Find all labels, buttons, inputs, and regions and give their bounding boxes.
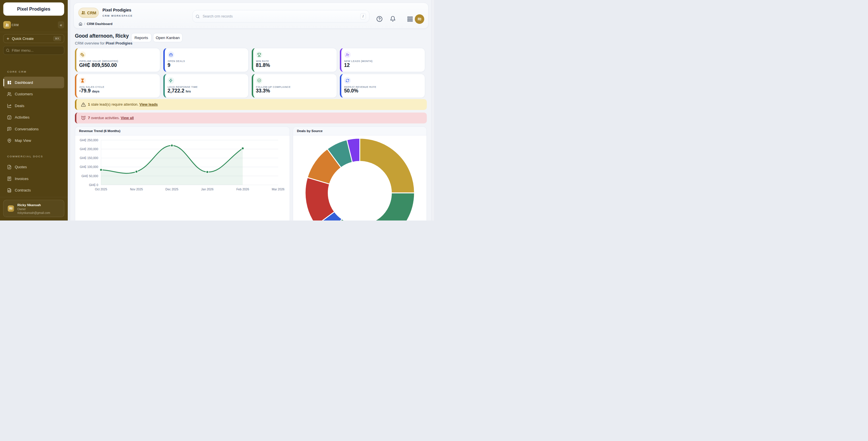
svg-text:Mar 2026: Mar 2026 <box>272 187 285 190</box>
svg-text:Jan 2026: Jan 2026 <box>201 187 214 190</box>
svg-text:GH₵ 250,000: GH₵ 250,000 <box>80 138 98 142</box>
svg-text:$: $ <box>82 54 84 57</box>
svg-text:GH₵ 100,000: GH₵ 100,000 <box>80 165 98 169</box>
svg-text:GH₵ 50,000: GH₵ 50,000 <box>82 174 98 177</box>
svg-text:GH₵ 150,000: GH₵ 150,000 <box>80 156 98 159</box>
svg-text:GH₵ 200,000: GH₵ 200,000 <box>80 147 98 151</box>
svg-text:GH₵ 0: GH₵ 0 <box>89 183 98 186</box>
svg-text:Nov 2025: Nov 2025 <box>130 187 143 190</box>
svg-text:Oct 2025: Oct 2025 <box>95 187 107 190</box>
svg-text:Dec 2025: Dec 2025 <box>165 187 178 190</box>
svg-text:Feb 2026: Feb 2026 <box>236 187 249 190</box>
